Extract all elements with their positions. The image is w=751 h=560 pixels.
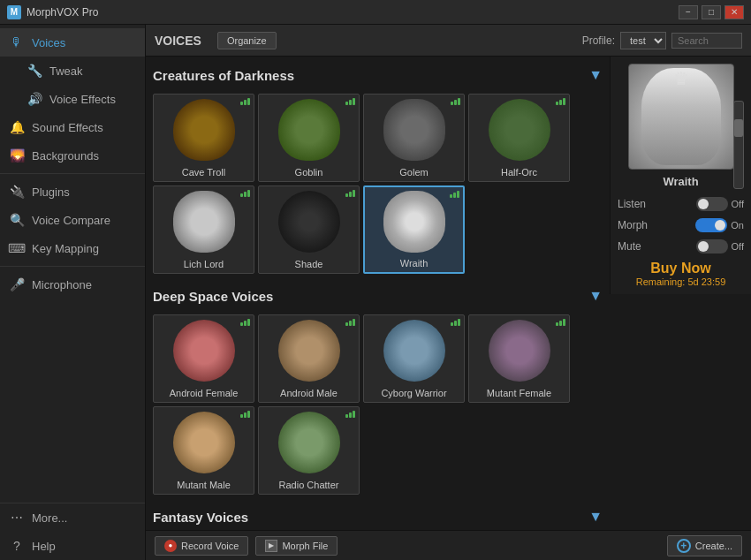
sidebar-label-help: Help bbox=[32, 540, 56, 553]
record-voice-button[interactable]: ● Record Voice bbox=[155, 536, 248, 556]
category-deep-space-voices: Deep Space Voices ▼ bbox=[153, 284, 603, 495]
voice-card-android-female[interactable]: Android Female bbox=[153, 314, 254, 403]
profile-select[interactable]: test bbox=[620, 32, 666, 49]
microphone-icon: 🎤 bbox=[9, 276, 25, 292]
sidebar-divider-2 bbox=[0, 266, 145, 267]
create-icon: + bbox=[677, 539, 691, 553]
section-title: VOICES bbox=[155, 34, 201, 48]
mutant-male-avatar bbox=[173, 412, 235, 473]
sidebar-item-voice-compare[interactable]: 🔍 Voice Compare bbox=[0, 206, 145, 234]
voice-label: Golem bbox=[399, 167, 428, 178]
category-title: Creatures of Darkness bbox=[153, 68, 294, 83]
category-header: Deep Space Voices ▼ bbox=[153, 284, 603, 307]
goblin-avatar bbox=[278, 99, 340, 161]
listen-label: Listen bbox=[618, 198, 646, 210]
morph-file-button[interactable]: ▶ Morph File bbox=[255, 536, 338, 556]
organize-button[interactable]: Organize bbox=[217, 32, 277, 49]
volume-slider[interactable] bbox=[733, 101, 744, 189]
buy-now-text[interactable]: Buy Now bbox=[636, 261, 726, 276]
sidebar-label-backgrounds: Backgrounds bbox=[32, 149, 99, 163]
category-creatures-of-darkness: Creatures of Darkness ▼ bbox=[153, 64, 603, 274]
sidebar-item-microphone[interactable]: 🎤 Microphone bbox=[0, 270, 145, 299]
selected-voice-image: ♛ bbox=[628, 64, 734, 170]
mute-label: Mute bbox=[618, 240, 641, 253]
morph-toggle[interactable]: On bbox=[695, 218, 744, 232]
backgrounds-icon: 🌄 bbox=[9, 148, 25, 163]
search-input[interactable] bbox=[671, 33, 742, 49]
close-button[interactable]: ✕ bbox=[724, 5, 744, 19]
voice-avatar bbox=[469, 95, 569, 165]
sidebar-item-key-mapping[interactable]: ⌨ Key Mapping bbox=[0, 234, 145, 262]
voice-avatar bbox=[259, 95, 359, 165]
category-header: Fantasy Voices ▼ bbox=[153, 505, 603, 528]
listen-toggle[interactable]: Off bbox=[696, 197, 744, 211]
morph-control-row: Morph On bbox=[618, 218, 744, 232]
right-panel-wrapper: ♛ Wraith Listen Off bbox=[610, 57, 751, 530]
record-voice-label: Record Voice bbox=[181, 541, 239, 551]
sidebar-item-tweak[interactable]: 🔧 Tweak bbox=[0, 57, 145, 85]
voice-label: Lich Lord bbox=[184, 259, 224, 269]
mute-toggle-state: Off bbox=[732, 241, 744, 252]
voices-list[interactable]: Creatures of Darkness ▼ bbox=[146, 57, 610, 530]
create-button[interactable]: + Create... bbox=[667, 535, 742, 556]
sidebar-item-backgrounds[interactable]: 🌄 Backgrounds bbox=[0, 141, 145, 170]
voice-avatar bbox=[154, 95, 254, 165]
cave-troll-avatar bbox=[173, 99, 235, 161]
sidebar-label-voices: Voices bbox=[32, 36, 65, 49]
mutant-female-avatar bbox=[489, 320, 550, 382]
voice-label: Android Female bbox=[170, 388, 239, 398]
key-mapping-icon: ⌨ bbox=[9, 240, 25, 256]
maximize-button[interactable]: □ bbox=[702, 5, 721, 19]
mute-toggle-knob bbox=[698, 241, 709, 252]
voice-card-golem[interactable]: Golem bbox=[363, 94, 465, 182]
voice-avatar bbox=[154, 315, 254, 386]
category-collapse-icon[interactable]: ▼ bbox=[588, 288, 603, 304]
listen-toggle-track[interactable] bbox=[696, 197, 728, 211]
category-header: Creatures of Darkness ▼ bbox=[153, 64, 603, 87]
app-icon: M bbox=[7, 5, 21, 19]
voice-label: Mutant Female bbox=[487, 388, 551, 398]
morph-toggle-track[interactable] bbox=[695, 218, 727, 232]
voice-card-cyborg-warrior[interactable]: Cyborg Warrior bbox=[363, 314, 465, 403]
voice-card-goblin[interactable]: Goblin bbox=[258, 94, 360, 182]
volume-handle[interactable] bbox=[734, 119, 743, 137]
mute-toggle[interactable]: Off bbox=[696, 239, 744, 254]
category-collapse-icon[interactable]: ▼ bbox=[588, 67, 603, 83]
voice-card-shade[interactable]: Shade bbox=[258, 185, 360, 274]
right-panel: ♛ Wraith Listen Off bbox=[610, 57, 751, 294]
sidebar-label-key-mapping: Key Mapping bbox=[32, 242, 99, 255]
sidebar-item-plugins[interactable]: 🔌 Plugins bbox=[0, 178, 145, 206]
sidebar-item-help[interactable]: ? Help bbox=[0, 532, 145, 560]
voice-label: Half-Orc bbox=[501, 167, 537, 178]
voice-card-mutant-male[interactable]: Mutant Male bbox=[153, 406, 254, 495]
voice-card-android-male[interactable]: Android Male bbox=[258, 314, 360, 403]
sidebar-bottom: ⋯ More... ? Help bbox=[0, 503, 145, 560]
voices-panel: Creatures of Darkness ▼ bbox=[146, 57, 751, 530]
sidebar-item-more[interactable]: ⋯ More... bbox=[0, 503, 145, 532]
profile-area: Profile: test bbox=[582, 32, 742, 49]
minimize-button[interactable]: − bbox=[679, 5, 698, 19]
voice-label: Shade bbox=[295, 259, 323, 269]
sidebar-item-voices[interactable]: 🎙 Voices bbox=[0, 28, 145, 57]
voice-card-wraith[interactable]: Wraith bbox=[363, 185, 465, 274]
sidebar-item-sound-effects[interactable]: 🔔 Sound Effects bbox=[0, 113, 145, 141]
voice-card-mutant-female[interactable]: Mutant Female bbox=[468, 314, 570, 403]
category-collapse-icon[interactable]: ▼ bbox=[588, 509, 603, 525]
sidebar: 🎙 Voices 🔧 Tweak 🔊 Voice Effects 🔔 Sound… bbox=[0, 25, 146, 560]
voices-icon: 🎙 bbox=[9, 34, 25, 50]
sidebar-item-voice-effects[interactable]: 🔊 Voice Effects bbox=[0, 85, 145, 113]
voice-card-radio-chatter[interactable]: Radio Chatter bbox=[258, 406, 360, 495]
voice-card-lich-lord[interactable]: Lich Lord bbox=[153, 185, 254, 274]
profile-label: Profile: bbox=[582, 34, 615, 47]
voice-avatar bbox=[364, 95, 464, 165]
voice-avatar bbox=[154, 407, 254, 478]
cyborg-avatar bbox=[383, 320, 445, 382]
voice-card-cave-troll[interactable]: Cave Troll bbox=[153, 94, 254, 182]
record-icon: ● bbox=[164, 540, 177, 552]
mute-control-row: Mute Off bbox=[618, 239, 744, 254]
category-fantasy-voices: Fantasy Voices ▼ bbox=[153, 505, 603, 528]
mute-toggle-track[interactable] bbox=[696, 239, 728, 254]
voice-card-half-orc[interactable]: Half-Orc bbox=[468, 94, 570, 182]
voice-avatar bbox=[364, 315, 464, 386]
voice-label: Cave Troll bbox=[182, 167, 226, 178]
